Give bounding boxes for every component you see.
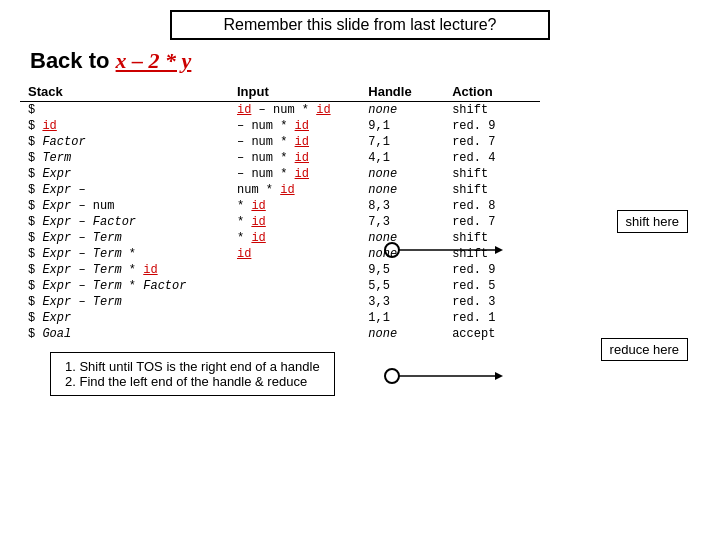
cell-input: – num * id bbox=[229, 134, 360, 150]
cell-handle: 8,3 bbox=[360, 198, 444, 214]
cell-action: red. 9 bbox=[444, 118, 540, 134]
cell-stack: $ Expr bbox=[20, 166, 229, 182]
cell-stack: $ Expr – Term * Factor bbox=[20, 278, 229, 294]
table-row: $ Expr – Term* idnoneshift bbox=[20, 230, 540, 246]
table-row: $ Factor– num * id7,1red. 7 bbox=[20, 134, 540, 150]
cell-handle: none bbox=[360, 230, 444, 246]
cell-action: red. 7 bbox=[444, 134, 540, 150]
cell-stack: $ id bbox=[20, 118, 229, 134]
header-input: Input bbox=[229, 82, 360, 102]
shift-here-label: shift here bbox=[617, 210, 688, 233]
back-to-line: Back to x – 2 * y bbox=[30, 48, 700, 74]
cell-input bbox=[229, 310, 360, 326]
table-row: $ id– num * id9,1red. 9 bbox=[20, 118, 540, 134]
cell-handle: 7,3 bbox=[360, 214, 444, 230]
header-handle: Handle bbox=[360, 82, 444, 102]
cell-input: id bbox=[229, 246, 360, 262]
cell-input: – num * id bbox=[229, 118, 360, 134]
cell-handle: 9,1 bbox=[360, 118, 444, 134]
cell-action: shift bbox=[444, 230, 540, 246]
cell-action: shift bbox=[444, 102, 540, 119]
cell-stack: $ Term bbox=[20, 150, 229, 166]
cell-stack: $ Expr – bbox=[20, 182, 229, 198]
cell-handle: 5,5 bbox=[360, 278, 444, 294]
cell-action: shift bbox=[444, 166, 540, 182]
header-action: Action bbox=[444, 82, 540, 102]
table-row: $ Expr – Term3,3red. 3 bbox=[20, 294, 540, 310]
table-row: $ Expr – Term *idnoneshift bbox=[20, 246, 540, 262]
cell-action: shift bbox=[444, 182, 540, 198]
page-container: Remember this slide from last lecture? B… bbox=[0, 0, 720, 540]
cell-input: id – num * id bbox=[229, 102, 360, 119]
table-row: $ Expr – Term * id9,5red. 9 bbox=[20, 262, 540, 278]
cell-handle: none bbox=[360, 166, 444, 182]
cell-handle: none bbox=[360, 182, 444, 198]
table-row: $ Goalnoneaccept bbox=[20, 326, 540, 342]
cell-input bbox=[229, 294, 360, 310]
cell-stack: $ Expr – Term * id bbox=[20, 262, 229, 278]
table-header-row: Stack Input Handle Action bbox=[20, 82, 540, 102]
cell-stack: $ Expr – Factor bbox=[20, 214, 229, 230]
back-label: Back to bbox=[30, 48, 109, 73]
cell-stack: $ Goal bbox=[20, 326, 229, 342]
cell-handle: 9,5 bbox=[360, 262, 444, 278]
main-content: Stack Input Handle Action $id – num * id… bbox=[20, 82, 700, 342]
cell-input: num * id bbox=[229, 182, 360, 198]
cell-handle: none bbox=[360, 246, 444, 262]
table-row: $ Term– num * id4,1red. 4 bbox=[20, 150, 540, 166]
table-row: $id – num * idnoneshift bbox=[20, 102, 540, 119]
table-row: $ Expr – Factor* id7,3red. 7 bbox=[20, 214, 540, 230]
cell-action: red. 3 bbox=[444, 294, 540, 310]
cell-input bbox=[229, 262, 360, 278]
cell-action: red. 9 bbox=[444, 262, 540, 278]
parse-table: Stack Input Handle Action $id – num * id… bbox=[20, 82, 540, 342]
bottom-note-line2: 2. Find the left end of the handle & red… bbox=[65, 374, 320, 389]
cell-stack: $ Factor bbox=[20, 134, 229, 150]
header-stack: Stack bbox=[20, 82, 229, 102]
cell-action: red. 8 bbox=[444, 198, 540, 214]
circle-reduce-marker bbox=[385, 369, 399, 383]
table-area: Stack Input Handle Action $id – num * id… bbox=[20, 82, 700, 342]
cell-stack: $ Expr – Term bbox=[20, 294, 229, 310]
cell-handle: 1,1 bbox=[360, 310, 444, 326]
cell-handle: 7,1 bbox=[360, 134, 444, 150]
cell-input: * id bbox=[229, 230, 360, 246]
title-text: Remember this slide from last lecture? bbox=[224, 16, 497, 33]
bottom-note-line1: 1. Shift until TOS is the right end of a… bbox=[65, 359, 320, 374]
cell-handle: 3,3 bbox=[360, 294, 444, 310]
cell-stack: $ bbox=[20, 102, 229, 119]
cell-handle: none bbox=[360, 102, 444, 119]
cell-stack: $ Expr – Term bbox=[20, 230, 229, 246]
cell-input bbox=[229, 278, 360, 294]
cell-action: red. 7 bbox=[444, 214, 540, 230]
cell-action: red. 1 bbox=[444, 310, 540, 326]
cell-handle: none bbox=[360, 326, 444, 342]
cell-stack: $ Expr bbox=[20, 310, 229, 326]
cell-action: accept bbox=[444, 326, 540, 342]
cell-stack: $ Expr – num bbox=[20, 198, 229, 214]
cell-action: red. 5 bbox=[444, 278, 540, 294]
bottom-note-box: 1. Shift until TOS is the right end of a… bbox=[50, 352, 335, 396]
cell-input: * id bbox=[229, 198, 360, 214]
cell-action: shift bbox=[444, 246, 540, 262]
table-row: $ Expr –num * idnoneshift bbox=[20, 182, 540, 198]
cell-input: – num * id bbox=[229, 150, 360, 166]
table-row: $ Expr1,1red. 1 bbox=[20, 310, 540, 326]
formula-text: x – 2 * y bbox=[116, 48, 192, 73]
table-row: $ Expr– num * idnoneshift bbox=[20, 166, 540, 182]
cell-handle: 4,1 bbox=[360, 150, 444, 166]
title-box: Remember this slide from last lecture? bbox=[170, 10, 550, 40]
cell-action: red. 4 bbox=[444, 150, 540, 166]
reduce-here-label: reduce here bbox=[601, 338, 688, 361]
cell-input bbox=[229, 326, 360, 342]
table-row: $ Expr – Term * Factor5,5red. 5 bbox=[20, 278, 540, 294]
arrow-reduce-head bbox=[495, 372, 503, 380]
cell-stack: $ Expr – Term * bbox=[20, 246, 229, 262]
cell-input: – num * id bbox=[229, 166, 360, 182]
table-row: $ Expr – num* id8,3red. 8 bbox=[20, 198, 540, 214]
cell-input: * id bbox=[229, 214, 360, 230]
